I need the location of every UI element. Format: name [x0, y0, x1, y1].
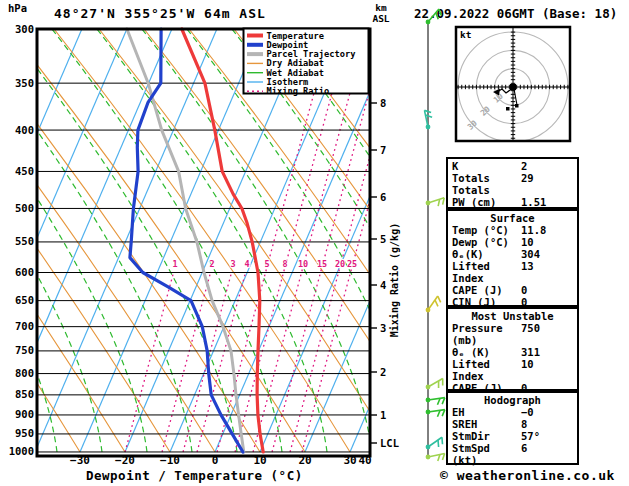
- panel-row-label: PW (cm): [452, 196, 496, 208]
- panel-row-value: 6: [521, 442, 573, 466]
- mixing-ratio-label: 25: [347, 259, 357, 269]
- hodograph: 102030kt: [456, 27, 570, 142]
- curve-dewpoint: [130, 29, 243, 452]
- panel-row: SREH8: [448, 418, 577, 430]
- temp-tick-label: 0: [212, 454, 219, 467]
- mixing-ratio-label: 1: [172, 259, 177, 269]
- panel-box-surface: SurfaceTemp (°C)11.8Dewp (°C)10θₑ(K)304L…: [446, 209, 579, 307]
- pressure-tick-label: 750: [15, 344, 34, 356]
- panel-row-value: 10: [521, 358, 573, 382]
- lcl-label: LCL: [380, 437, 399, 449]
- panel-row: Lifted Index10: [448, 358, 577, 382]
- km-tick-label: 1: [380, 409, 386, 421]
- panel-row-value: 0: [521, 284, 573, 296]
- temp-tick-label: 40: [358, 454, 371, 467]
- copyright-label: © weatheronline.co.uk: [440, 468, 615, 483]
- panel-row-label: Temp (°C): [452, 224, 509, 236]
- panel-box-title: Surface: [448, 212, 577, 224]
- panel-box-title: Most Unstable: [448, 310, 577, 322]
- panel-row-value: 29: [521, 172, 573, 196]
- temp-tick-label: 30: [343, 454, 356, 467]
- panel-row-value: 2: [521, 160, 573, 172]
- panel-row-value: 311: [521, 346, 573, 358]
- panel-row: Dewp (°C)10: [448, 236, 577, 248]
- pressure-tick-label: 950: [15, 427, 34, 439]
- panel-row: CAPE (J)0: [448, 284, 577, 296]
- mixing-ratio-line: [197, 272, 246, 452]
- panel-row-value: 304: [521, 248, 573, 260]
- panel-row: Pressure (mb)750: [448, 322, 577, 346]
- km-tick-label: 5: [380, 233, 386, 245]
- x-axis-label: Dewpoint / Temperature (°C): [86, 468, 303, 483]
- mixing-ratio-label: 5: [264, 259, 269, 269]
- mixing-ratio-label: 20: [335, 259, 345, 269]
- panel-row-label: StmDir: [452, 430, 490, 442]
- legend: TemperatureDewpointParcel TrajectoryDry …: [244, 29, 369, 97]
- isotherm-line: [35, 29, 217, 452]
- panel-row-value: −0: [521, 406, 573, 418]
- panel-row-value: 750: [521, 322, 573, 346]
- hodograph-unit-label: kt: [460, 29, 471, 40]
- mixing-ratio-label: 2: [209, 259, 214, 269]
- wet-adiabat-line: [0, 29, 12, 452]
- panel-box-most-unstable: Most UnstablePressure (mb)750θₑ (K)311Li…: [446, 307, 579, 391]
- pressure-tick-label: 650: [15, 294, 34, 306]
- panel-row: K2: [448, 160, 577, 172]
- panel-row: Temp (°C)11.8: [448, 224, 577, 236]
- panel-row-label: θₑ (K): [452, 346, 490, 358]
- panel-box-indices: K2Totals Totals29PW (cm)1.51: [446, 157, 579, 209]
- temp-tick-label: −30: [70, 454, 90, 467]
- panel-row-value: 1.51: [521, 196, 573, 208]
- km-tick-label: 4: [380, 279, 386, 291]
- mixing-ratio-label: 8: [282, 259, 287, 269]
- km-tick-label: 6: [380, 191, 386, 203]
- pressure-tick-label: 300: [15, 23, 34, 35]
- pressure-tick-label: 900: [15, 408, 34, 420]
- temp-tick-label: −10: [160, 454, 180, 467]
- pressure-tick-label: 850: [15, 388, 34, 400]
- wind-barb-icon: [426, 9, 442, 24]
- panel-row: EH−0: [448, 406, 577, 418]
- mixing-ratio-axis-label: Mixing Ratio (g/kg): [389, 223, 400, 337]
- panel-row: StmDir57°: [448, 430, 577, 442]
- mixing-ratio-label: 3: [230, 259, 235, 269]
- pressure-tick-label: 500: [15, 202, 34, 214]
- panel-row: Totals Totals29: [448, 172, 577, 196]
- km-tick-label: 3: [380, 322, 386, 334]
- pressure-tick-label: 700: [15, 320, 34, 332]
- panel-row-value: 13: [521, 260, 573, 284]
- panel-row-label: EH: [452, 406, 465, 418]
- panel-row: PW (cm)1.51: [448, 196, 577, 208]
- km-tick-label: 8: [380, 97, 386, 109]
- panel-row-label: CAPE (J): [452, 284, 503, 296]
- pressure-tick-label: 600: [15, 266, 34, 278]
- panel-row-label: StmSpd (kt): [452, 442, 521, 466]
- panel-row-label: θₑ(K): [452, 248, 484, 260]
- temp-tick-label: 20: [298, 454, 311, 467]
- panel-row-label: SREH: [452, 418, 477, 430]
- panel-row-value: 57°: [521, 430, 573, 442]
- mixing-ratio-label: 10: [298, 259, 308, 269]
- km-tick-label: 2: [380, 366, 386, 378]
- panel-row: θₑ (K)311: [448, 346, 577, 358]
- panel-row-label: K: [452, 160, 458, 172]
- km-tick-label: 7: [380, 144, 386, 156]
- pressure-tick-label: 400: [15, 124, 34, 136]
- pressure-tick-label: 800: [15, 367, 34, 379]
- panel-row-label: Totals Totals: [452, 172, 521, 196]
- panel-box-hodograph: HodographEH−0SREH8StmDir57°StmSpd (kt)6: [446, 391, 579, 465]
- temp-tick-label: 10: [253, 454, 266, 467]
- skewt-sounding-page: hPa 48°27'N 355°25'W 64m ASL km ASL 22.0…: [0, 0, 629, 486]
- panel-row-label: Lifted Index: [452, 260, 521, 284]
- pressure-tick-label: 350: [15, 77, 34, 89]
- mixing-ratio-label: 4: [244, 259, 249, 269]
- panel-row-value: 11.8: [521, 224, 573, 236]
- panel-row: StmSpd (kt)6: [448, 442, 577, 466]
- panel-row: θₑ(K)304: [448, 248, 577, 260]
- panel-row-value: 8: [521, 418, 573, 430]
- temp-tick-label: −20: [115, 454, 135, 467]
- panel-row-label: Lifted Index: [452, 358, 521, 382]
- panel-row-value: 10: [521, 236, 573, 248]
- panel-row-label: Pressure (mb): [452, 322, 521, 346]
- panel-row-label: Dewp (°C): [452, 236, 509, 248]
